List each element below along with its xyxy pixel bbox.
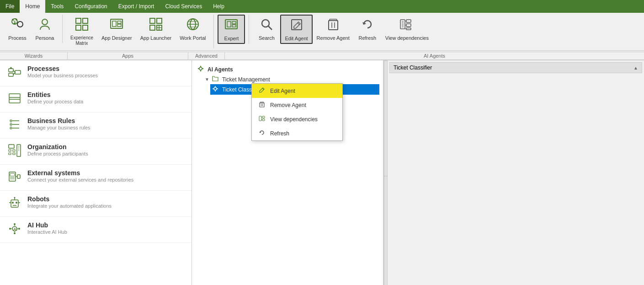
svg-point-105 <box>202 68 203 69</box>
ctx-view-dependencies[interactable]: View dependencies <box>252 112 342 126</box>
menu-cloud-services[interactable]: Cloud Services <box>160 0 208 13</box>
svg-point-113 <box>213 88 213 89</box>
processes-title: Processes <box>27 65 98 72</box>
chevron-up-icon: ▲ <box>633 65 638 70</box>
sidebar-item-external-systems[interactable]: External systems Connect your external s… <box>0 165 192 191</box>
svg-rect-47 <box>406 28 411 30</box>
svg-point-112 <box>215 91 216 91</box>
app-designer-button[interactable]: App Designer <box>97 15 136 43</box>
process-button[interactable]: Process <box>4 15 31 43</box>
entities-title: Entities <box>27 91 83 98</box>
toolbar-wizards-group: Process Persona <box>0 15 63 43</box>
svg-rect-120 <box>259 116 261 121</box>
processes-icon <box>7 66 22 81</box>
ctx-refresh-icon <box>258 129 266 137</box>
refresh-button[interactable]: Refresh <box>354 15 381 43</box>
svg-rect-28 <box>227 22 231 27</box>
menu-tools[interactable]: Tools <box>45 0 69 13</box>
menu-configuration[interactable]: Configuration <box>69 0 112 13</box>
svg-point-103 <box>200 70 201 71</box>
svg-point-94 <box>14 232 16 234</box>
menu-home[interactable]: Home <box>20 0 45 13</box>
ai-classifier-icon <box>212 86 218 93</box>
remove-agent-button[interactable]: Remove Agent <box>313 15 354 43</box>
svg-rect-13 <box>112 21 116 27</box>
svg-point-4 <box>17 22 23 27</box>
svg-rect-70 <box>13 150 15 151</box>
external-systems-title: External systems <box>27 169 133 177</box>
sidebar-item-ai-hub[interactable]: AI AI Hub Interactive AI Hub <box>0 217 192 243</box>
tree-folder-ticket-management[interactable]: ▼ Ticket Management <box>203 75 379 84</box>
toolbar-apps-group: ExperienceMatrix App Designer <box>63 15 214 48</box>
svg-point-104 <box>198 68 199 69</box>
ai-hub-title: AI Hub <box>27 221 67 229</box>
ai-hub-text: AI Hub Interactive AI Hub <box>27 221 67 235</box>
sidebar-item-business-rules[interactable]: Business Rules Manage your business rule… <box>0 113 192 139</box>
experience-matrix-label: ExperienceMatrix <box>70 35 93 46</box>
sidebar-item-entities[interactable]: Entities Define your process data <box>0 86 192 113</box>
right-panel: Ticket Classifier ▲ <box>388 60 644 285</box>
svg-rect-14 <box>117 21 121 23</box>
menu-file[interactable]: File <box>0 0 20 13</box>
svg-rect-83 <box>11 200 18 207</box>
svg-rect-17 <box>157 18 162 23</box>
svg-rect-9 <box>83 18 88 23</box>
expert-label: Expert <box>224 36 239 41</box>
sidebar-item-organization[interactable]: Organization Define process participants <box>0 139 192 165</box>
work-portal-icon <box>186 17 200 33</box>
organization-icon <box>7 144 22 160</box>
app-launcher-button[interactable]: App Launcher <box>136 15 176 43</box>
svg-point-84 <box>12 202 14 204</box>
entities-text: Entities Define your process data <box>27 91 83 104</box>
experience-matrix-button[interactable]: ExperienceMatrix <box>66 15 97 48</box>
svg-rect-16 <box>150 18 155 23</box>
sidebar-item-processes[interactable]: Processes Model your business processes <box>0 60 192 86</box>
svg-line-32 <box>268 26 272 30</box>
persona-button[interactable]: Persona <box>31 15 59 43</box>
business-rules-text: Business Rules Manage your business rule… <box>27 117 90 130</box>
organization-title: Organization <box>27 143 88 151</box>
svg-point-114 <box>217 88 218 89</box>
sidebar-item-robots[interactable]: Robots Integrate your automated applicat… <box>0 191 192 217</box>
tree-root-ai-agents[interactable]: AI Agents <box>196 64 379 75</box>
ctx-remove-agent[interactable]: Remove Agent <box>252 98 342 112</box>
edit-agent-button[interactable]: Edit Agent <box>280 15 312 44</box>
search-button[interactable]: Search <box>253 15 280 43</box>
svg-rect-82 <box>17 175 20 178</box>
view-dependencies-icon <box>399 17 414 33</box>
expert-icon <box>224 17 239 34</box>
ctx-remove-agent-label: Remove Agent <box>270 102 306 108</box>
svg-point-61 <box>10 127 12 129</box>
svg-rect-78 <box>10 173 15 176</box>
collapse-icon: ▼ <box>205 77 209 82</box>
menu-help[interactable]: Help <box>208 0 230 13</box>
svg-rect-18 <box>150 25 155 30</box>
processes-desc: Model your business processes <box>27 73 98 78</box>
svg-point-110 <box>214 87 217 90</box>
app-launcher-icon <box>149 17 163 33</box>
menu-export-import[interactable]: Export / Import <box>113 0 160 13</box>
svg-line-6 <box>14 21 16 22</box>
work-portal-button[interactable]: Work Portal <box>176 15 210 43</box>
expert-button[interactable]: Expert <box>218 15 245 44</box>
apps-section-label: Apps <box>68 52 188 59</box>
svg-rect-71 <box>13 153 15 155</box>
svg-point-111 <box>215 86 216 87</box>
ctx-refresh[interactable]: Refresh <box>252 126 342 140</box>
svg-rect-122 <box>262 119 265 121</box>
entities-desc: Define your process data <box>27 99 83 104</box>
view-dependencies-button[interactable]: View dependencies <box>381 15 433 43</box>
svg-rect-29 <box>232 22 236 24</box>
robots-desc: Integrate your automated applications <box>27 203 112 209</box>
svg-rect-11 <box>83 25 88 30</box>
ctx-edit-agent[interactable]: Edit Agent <box>252 84 342 98</box>
business-rules-desc: Manage your business rules <box>27 125 90 130</box>
processes-text: Processes Model your business processes <box>27 65 98 78</box>
svg-point-59 <box>10 119 12 122</box>
svg-rect-67 <box>9 145 14 148</box>
ai-agents-tree-icon <box>197 65 204 73</box>
drag-handle[interactable]: ⋮ <box>384 60 388 285</box>
view-dependencies-label: View dependencies <box>385 35 429 41</box>
svg-rect-33 <box>292 20 302 30</box>
ctx-edit-agent-label: Edit Agent <box>270 88 295 94</box>
